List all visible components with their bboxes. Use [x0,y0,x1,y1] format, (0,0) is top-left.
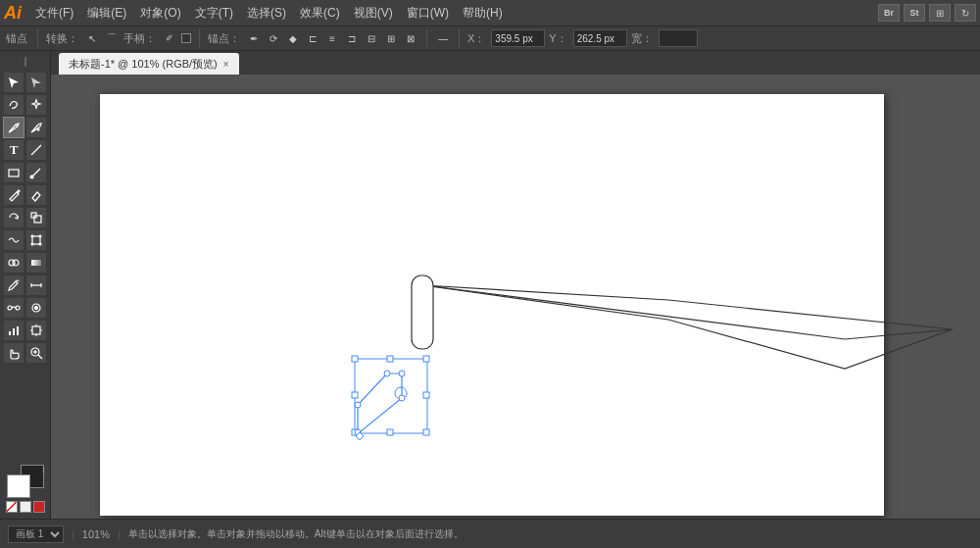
svg-rect-34 [352,356,358,362]
white-color[interactable] [20,501,31,513]
direct-select-tool[interactable] [25,72,47,93]
handle-square[interactable] [181,33,191,43]
type-tool[interactable]: T [3,139,24,161]
small-color-squares [6,501,45,513]
anchor-pen-icon[interactable]: ✒ [246,30,262,46]
svg-rect-35 [423,356,429,362]
pencil-tool[interactable] [3,184,24,206]
dist-horiz-icon[interactable]: ⊠ [403,30,418,46]
menu-window[interactable]: 窗口(W) [401,3,455,24]
free-transform-tool[interactable] [25,229,47,251]
align-center-icon[interactable]: ≡ [324,30,340,46]
svg-rect-39 [352,392,358,398]
warp-tool[interactable] [3,229,24,251]
select-tool[interactable] [3,72,24,93]
svg-point-45 [384,371,390,376]
gradient-tool[interactable] [25,252,47,274]
document-tab[interactable]: 未标题-1* @ 101% (RGB/预览) × [59,53,239,75]
transform-curve-icon[interactable]: ⌒ [104,30,120,46]
scale-tool[interactable] [25,207,47,228]
dash-icon[interactable]: — [435,30,451,46]
svg-rect-38 [387,356,393,362]
handle-auto-icon[interactable]: ✐ [162,30,177,46]
shape-builder-tool[interactable] [3,252,24,274]
anchor-point-label: 锚点： [208,31,240,46]
graph-tool[interactable] [3,320,24,341]
svg-rect-32 [412,275,433,349]
menu-object[interactable]: 对象(O) [134,3,186,24]
anchor-corner-icon[interactable]: ◆ [285,30,301,46]
anchor-add-icon[interactable]: ⟳ [266,30,281,46]
artboard-select[interactable]: 画板 1 [8,525,64,543]
menu-edit[interactable]: 编辑(E) [81,3,132,24]
menu-select[interactable]: 选择(S) [241,3,292,24]
pen-add-tool[interactable] [25,117,47,138]
sync-icon[interactable]: ↻ [955,4,976,22]
menu-effect[interactable]: 效果(C) [294,3,346,24]
none-color[interactable] [6,501,18,513]
blend-tool[interactable] [3,297,24,319]
canvas-content[interactable] [51,75,980,519]
tool-row-6 [3,184,47,206]
artboard [100,94,884,516]
sep2 [199,29,200,47]
layout-icon[interactable]: ⊞ [929,4,951,22]
bridge-icon[interactable]: Br [878,4,900,22]
svg-line-29 [38,355,42,359]
drawing-svg [100,94,884,516]
svg-point-46 [399,371,405,376]
y-input[interactable] [573,29,627,47]
menu-file[interactable]: 文件(F) [29,3,79,24]
svg-rect-22 [17,326,19,335]
artboard-tool[interactable] [25,320,47,341]
eyedropper-tool[interactable] [3,274,24,296]
symbol-tool[interactable] [25,297,47,319]
stock-icon[interactable]: St [904,4,925,22]
tool-row-1 [3,72,47,93]
tool-row-7 [3,207,47,228]
rotate-tool[interactable] [3,207,24,228]
tool-row-12 [3,320,47,341]
width-input[interactable] [659,29,698,47]
align-right-icon[interactable]: ⊐ [344,30,360,46]
transform-corner-icon[interactable]: ↖ [84,30,100,46]
rect-tool[interactable] [3,162,24,183]
svg-rect-5 [32,236,40,244]
tool-row-2 [3,94,47,116]
width-label: 宽： [631,31,653,46]
svg-rect-3 [34,216,41,223]
svg-rect-21 [13,328,15,335]
tab-close-button[interactable]: × [223,59,229,70]
hand-tool[interactable] [3,342,24,364]
lasso-tool[interactable] [3,94,24,116]
dist-vert-icon[interactable]: ⊞ [383,30,399,46]
measure-tool[interactable] [25,274,47,296]
eraser-tool[interactable] [25,184,47,206]
red-color[interactable] [33,501,45,513]
zoom-tool[interactable] [25,342,47,364]
sep4 [459,29,460,47]
menu-view[interactable]: 视图(V) [348,3,399,24]
tool-row-5 [3,162,47,183]
menu-right-icons: Br St ⊞ ↻ [878,4,976,22]
left-toolbar: T [0,51,51,519]
menu-help[interactable]: 帮助(H) [457,3,509,24]
line-tool[interactable] [25,139,47,161]
swap-colors-icon[interactable]: ↕ [41,465,46,474]
tool-row-10 [3,274,47,296]
menu-text[interactable]: 文字(T) [189,3,239,24]
background-color[interactable] [7,474,30,498]
handle-label: 手柄： [123,31,156,46]
align-left-icon[interactable]: ⊏ [305,30,320,46]
svg-point-44 [355,402,361,408]
magic-wand-tool[interactable] [25,94,47,116]
brush-tool[interactable] [25,162,47,183]
sep1 [37,29,38,47]
distribute-icon[interactable]: ⊟ [364,30,379,46]
color-swatches: ↕ [7,465,44,498]
app-logo: Ai [4,4,22,22]
tool-row-4: T [3,139,47,161]
x-input[interactable] [491,29,545,47]
pen-tool[interactable] [3,117,24,138]
menu-bar: Ai 文件(F) 编辑(E) 对象(O) 文字(T) 选择(S) 效果(C) 视… [0,0,980,25]
